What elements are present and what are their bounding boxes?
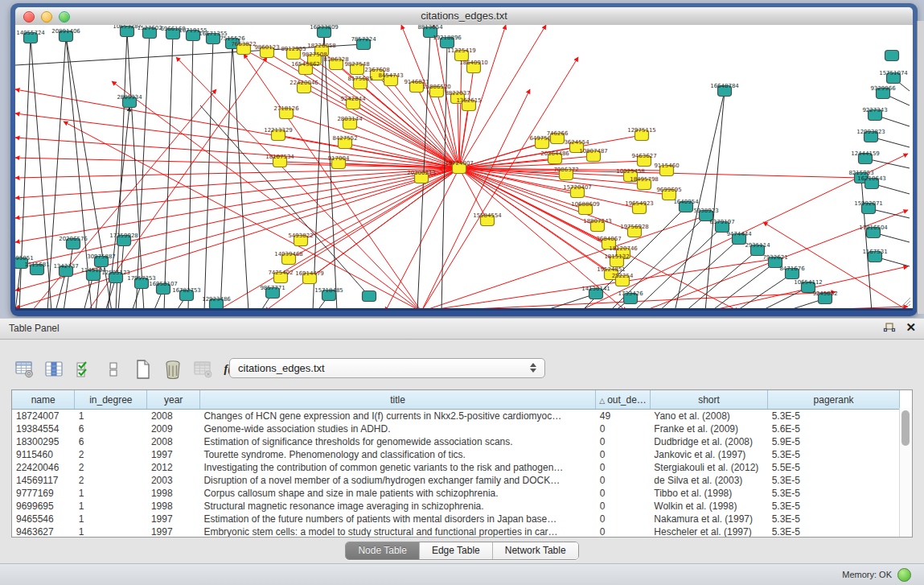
network-node[interactable]: 18495798 [630, 176, 659, 190]
table-scrollbar[interactable] [899, 408, 912, 537]
window-titlebar[interactable]: citations_edges.txt [15, 7, 913, 26]
network-node[interactable]: 9245052 [812, 290, 837, 304]
network-view[interactable]: 1405572420891406106532871527602696616010… [15, 25, 913, 311]
network-node[interactable]: 12975115 [627, 127, 656, 141]
column-header-short[interactable]: short [650, 390, 767, 410]
network-node[interactable]: 20891406 [51, 28, 80, 42]
table-cell[interactable]: 5.3E-5 [768, 513, 900, 525]
table-cell[interactable]: 2 [75, 474, 147, 487]
table-cell[interactable]: 14569117 [12, 474, 75, 487]
network-node[interactable]: 18107534 [265, 154, 294, 167]
table-cell[interactable]: 5.3E-5 [768, 474, 900, 487]
network-node[interactable]: 10807487 [579, 148, 608, 162]
table-cell[interactable]: 0 [596, 435, 651, 448]
table-cell[interactable]: 1998 [147, 487, 200, 500]
table-cell[interactable]: 5.3E-5 [768, 487, 900, 500]
network-node[interactable]: 1362615 [456, 97, 481, 111]
network-node[interactable]: 17359928 [109, 233, 138, 246]
table-cell[interactable]: 0 [596, 422, 651, 435]
network-node[interactable]: 10688609 [571, 201, 600, 215]
table-row[interactable]: 946554611997Estimation of the future num… [12, 513, 900, 525]
table-cell[interactable]: 5.9E-5 [768, 435, 900, 448]
table-cell[interactable]: 0 [596, 487, 651, 500]
network-node[interactable]: 19756928 [620, 224, 649, 237]
network-node[interactable]: 14055724 [16, 30, 45, 43]
column-header-name[interactable]: name [12, 390, 75, 410]
memory-status-indicator[interactable] [897, 568, 911, 582]
table-cell[interactable]: 1998 [147, 500, 200, 513]
table-cell[interactable]: 2 [75, 448, 147, 461]
network-node[interactable]: 12213329 [264, 127, 293, 141]
network-node[interactable]: 7857224 [351, 36, 376, 50]
table-cell[interactable]: 2012 [147, 461, 200, 474]
network-node[interactable]: 9329966 [870, 85, 896, 99]
table-cell[interactable]: 1 [75, 525, 147, 538]
network-node[interactable]: 20364486 [540, 150, 569, 164]
table-cell[interactable]: 0 [596, 513, 651, 525]
network-node[interactable]: 18807243 [583, 218, 612, 232]
table-cell[interactable]: 2 [75, 461, 147, 474]
table-cell[interactable]: Jankovic et al. (1997) [650, 448, 767, 461]
unselect-all-button[interactable] [102, 359, 125, 380]
close-panel-icon[interactable]: ✕ [906, 321, 916, 334]
network-node[interactable]: 16648784 [710, 83, 739, 97]
table-cell[interactable]: 9699695 [12, 500, 75, 513]
network-node[interactable]: 15720407 [563, 184, 592, 198]
table-cell[interactable]: 6 [75, 435, 147, 448]
table-row[interactable]: 2242004622012Investigating the contribut… [12, 461, 900, 474]
table-cell[interactable]: Wolkin et al. (1998) [650, 500, 767, 513]
table-cell[interactable]: 5.3E-5 [768, 525, 900, 538]
column-header-year[interactable]: year [147, 390, 200, 410]
delete-table-button[interactable] [191, 359, 214, 380]
table-cell[interactable]: 18300295 [12, 435, 75, 448]
network-node[interactable]: 22420046 [290, 80, 318, 93]
table-row[interactable]: 1938455462009Genome-wide association stu… [12, 422, 900, 435]
table-row[interactable]: 946362711997Embryonic stem cells: a mode… [12, 525, 900, 538]
network-node[interactable]: 7425402 [268, 270, 293, 283]
table-cell[interactable]: 1 [75, 513, 147, 525]
table-cell[interactable]: 0 [596, 474, 651, 487]
table-row[interactable]: 1456911722003Disruption of a novel membe… [12, 474, 900, 487]
new-table-button[interactable] [132, 359, 154, 380]
table-cell[interactable]: 1997 [147, 448, 200, 461]
table-cell[interactable]: Hescheler et al. (1997) [650, 525, 767, 538]
table-cell[interactable]: Corpus callosum shape and size in male p… [199, 487, 595, 500]
table-cell[interactable]: Stergiakouli et al. (2012) [650, 461, 767, 474]
table-cell[interactable]: 49 [596, 410, 651, 423]
table-cell[interactable]: 2009 [147, 422, 200, 435]
network-node[interactable]: 16782753 [172, 287, 201, 301]
table-cell[interactable]: 9777169 [12, 487, 75, 500]
table-cell[interactable]: 1997 [147, 525, 200, 538]
network-node[interactable]: 1815132 [604, 253, 629, 267]
tab-network-table[interactable]: Network Table [492, 542, 578, 559]
network-canvas[interactable]: 1405572420891406106532871527602696616010… [15, 25, 913, 311]
network-node[interactable]: 19654923 [625, 200, 654, 214]
column-header-pagerank[interactable]: pagerank [768, 390, 900, 410]
table-cell[interactable]: Disruption of a novel member of a sodium… [199, 474, 595, 487]
network-node[interactable]: 16543862 [291, 61, 320, 75]
column-header-out_de[interactable]: △out_de… [596, 390, 651, 410]
float-panel-icon[interactable] [883, 321, 896, 334]
network-node[interactable]: 9463627 [631, 153, 656, 167]
table-cell[interactable]: 0 [596, 448, 651, 461]
network-node[interactable]: 12923486 [202, 296, 231, 310]
table-cell[interactable]: 1997 [147, 513, 200, 525]
network-node[interactable]: 15992071 [854, 200, 883, 214]
network-node[interactable]: 8471676 [779, 266, 805, 279]
table-cell[interactable]: 9465546 [12, 513, 75, 525]
network-node[interactable]: 1115681 [24, 262, 49, 275]
show-columns-button[interactable] [43, 359, 65, 380]
tab-edge-table[interactable]: Edge Table [419, 542, 492, 559]
network-node[interactable]: 12093823 [856, 129, 885, 142]
table-row[interactable]: 1872400712008Changes of HCN gene express… [12, 410, 900, 423]
network-node[interactable] [885, 51, 899, 61]
table-cell[interactable]: 1 [75, 500, 147, 513]
network-node[interactable]: 12444159 [851, 150, 880, 164]
table-row[interactable]: 977716911998Corpus callosum shape and si… [12, 487, 900, 500]
table-cell[interactable]: Changes of HCN gene expression and I(f) … [199, 410, 595, 423]
table-cell[interactable]: 5.5E-5 [768, 461, 900, 474]
table-cell[interactable]: 0 [596, 461, 651, 474]
table-cell[interactable]: 18724007 [12, 410, 75, 423]
table-cell[interactable]: 9463627 [12, 525, 75, 538]
network-node[interactable]: 16914479 [295, 270, 324, 284]
